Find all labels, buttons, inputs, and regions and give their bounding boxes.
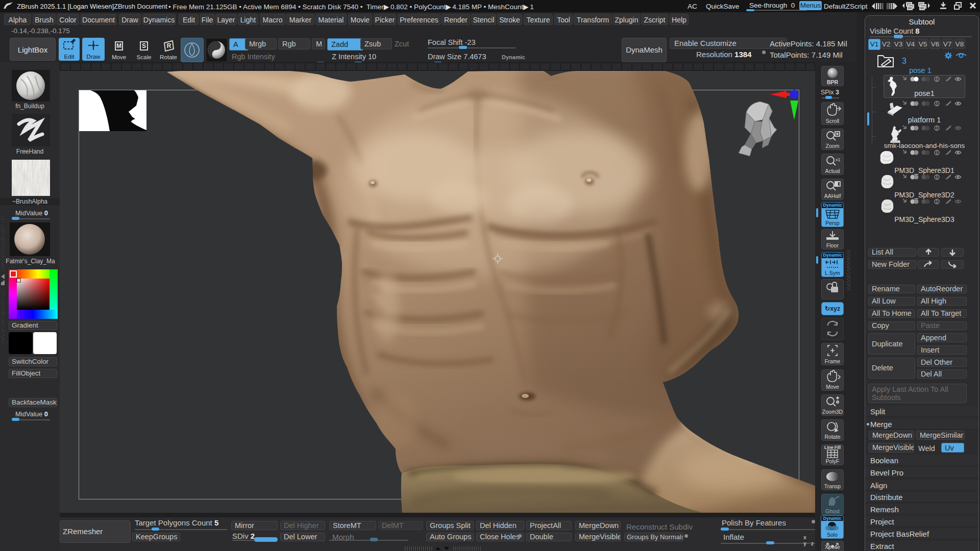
svg-text:M: M xyxy=(116,42,121,49)
svg-text:S: S xyxy=(142,42,146,49)
svg-text:R: R xyxy=(167,42,172,49)
svg-text:x1: x1 xyxy=(836,157,841,162)
